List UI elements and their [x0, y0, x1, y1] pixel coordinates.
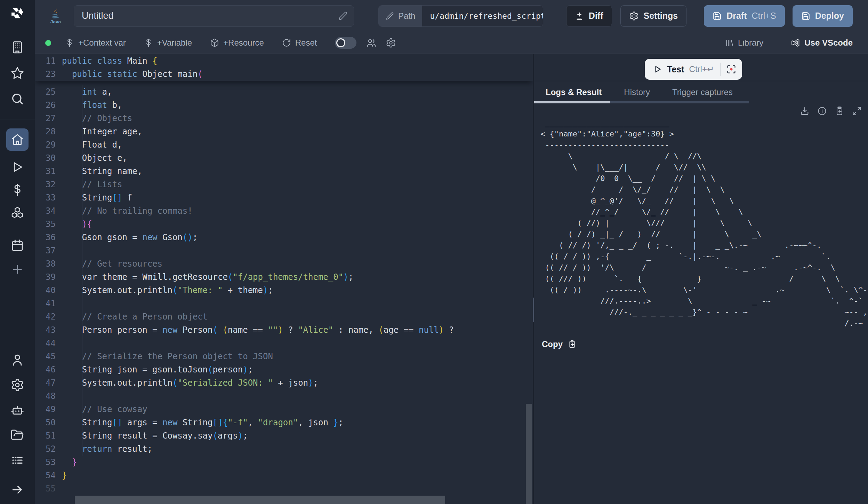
- tab-trigger-captures[interactable]: Trigger captures: [672, 87, 733, 97]
- sidebar-item-home[interactable]: [6, 128, 29, 151]
- library-icon: [725, 38, 734, 47]
- draft-button[interactable]: Draft Ctrl+S: [704, 5, 785, 27]
- favorites-star-icon[interactable]: [10, 66, 24, 80]
- clipboard-arrow-icon[interactable]: [835, 106, 844, 116]
- library-label: Library: [738, 38, 763, 48]
- dollar-icon: [65, 38, 74, 47]
- expand-icon[interactable]: [852, 106, 862, 116]
- reset-label: Reset: [295, 38, 317, 48]
- vertical-scrollbar[interactable]: [526, 404, 532, 504]
- library-button[interactable]: Library: [725, 38, 763, 48]
- edit-path-pencil-icon: [386, 12, 394, 20]
- sidebar-item-variables[interactable]: [11, 183, 24, 197]
- context-var-label: +Context var: [78, 38, 126, 48]
- indent-guide: [82, 85, 82, 456]
- toggle-knob: [336, 38, 345, 47]
- test-button[interactable]: Test Ctrl+↵: [645, 59, 742, 80]
- tab-history[interactable]: History: [624, 87, 650, 97]
- add-variable-button[interactable]: +Variable: [144, 38, 192, 48]
- status-dot-green: [45, 40, 51, 46]
- diff-mode-toggle[interactable]: [335, 37, 356, 49]
- sidebar-item-groups-list[interactable]: [10, 453, 24, 467]
- vscode-icon: [790, 38, 800, 48]
- workspace-building-icon[interactable]: [10, 40, 24, 54]
- dollar-icon: [144, 38, 153, 47]
- capture-record-icon[interactable]: [721, 59, 742, 80]
- windmill-logo[interactable]: [9, 5, 25, 21]
- draft-shortcut: Ctrl+S: [752, 11, 776, 21]
- variable-label: +Variable: [157, 38, 192, 48]
- result-panel: Test Ctrl+↵ Logs & Result History Trigge…: [534, 54, 868, 504]
- save-draft-icon: [713, 11, 722, 21]
- package-icon: [210, 38, 219, 47]
- use-vscode-label: Use VScode: [804, 38, 853, 48]
- svg-text:Java: Java: [50, 19, 61, 24]
- settings-label: Settings: [644, 11, 678, 21]
- test-shortcut: Ctrl+↵: [689, 64, 714, 74]
- script-title-wrap: [63, 5, 354, 27]
- editor-toolbar: +Context var +Variable +Resource Reset L…: [35, 32, 868, 54]
- resource-label: +Resource: [223, 38, 264, 48]
- sidebar-item-runs[interactable]: [11, 160, 24, 174]
- add-plus-icon[interactable]: [11, 263, 24, 276]
- result-toolbar: [800, 106, 862, 116]
- code-editor[interactable]: 25 int a,26 float b,27 // Objects28 Inte…: [35, 54, 533, 504]
- info-icon[interactable]: [817, 106, 827, 116]
- result-tabs: Logs & Result History Trigger captures: [534, 81, 868, 103]
- search-icon[interactable]: [10, 92, 24, 106]
- tab-logs-result[interactable]: Logs & Result: [546, 87, 602, 97]
- deploy-button[interactable]: Deploy: [793, 5, 853, 27]
- add-resource-button[interactable]: +Resource: [210, 38, 264, 48]
- diff-plus-minus-icon: [575, 11, 584, 21]
- settings-gear-icon: [629, 11, 639, 21]
- indent-guide: [72, 85, 72, 469]
- reset-button[interactable]: Reset: [282, 38, 317, 48]
- windmill-script-editor: Java Path u/admin/refreshed_script Diff …: [0, 0, 868, 504]
- path-label-segment: Path: [379, 6, 422, 26]
- path-label: Path: [398, 11, 415, 21]
- collapse-arrow-right-icon[interactable]: [11, 483, 24, 496]
- play-icon: [653, 65, 662, 74]
- sticky-scroll-lines: 11public class Main {23 public static Ob…: [35, 54, 533, 81]
- sidebar-item-folders[interactable]: [10, 428, 24, 442]
- reset-rotate-icon: [282, 38, 291, 47]
- result-body: ___________________________ < {"name":"A…: [534, 103, 868, 504]
- code-lines: 25 int a,26 float b,27 // Objects28 Inte…: [35, 85, 533, 495]
- horizontal-scrollbar[interactable]: [75, 496, 445, 504]
- copy-clipboard-icon: [568, 340, 577, 349]
- script-title-input[interactable]: [74, 5, 354, 27]
- sidebar-item-user[interactable]: [10, 353, 24, 367]
- settings-button[interactable]: Settings: [620, 5, 687, 27]
- sidebar-divider: [0, 119, 35, 119]
- collaborators-users-icon[interactable]: [366, 38, 377, 48]
- use-vscode-button[interactable]: Use VScode: [790, 38, 853, 48]
- download-icon[interactable]: [800, 106, 810, 116]
- copy-result-button[interactable]: Copy: [542, 339, 868, 349]
- java-language-icon: Java: [49, 8, 63, 24]
- sidebar-item-resources[interactable]: [10, 206, 24, 220]
- test-label: Test: [667, 64, 684, 74]
- save-deploy-icon: [801, 11, 810, 21]
- draft-label: Draft: [726, 11, 747, 21]
- sidebar-item-workers-bot[interactable]: [10, 403, 24, 417]
- add-context-var-button[interactable]: +Context var: [65, 38, 126, 48]
- schedules-calendar-icon[interactable]: [10, 238, 24, 252]
- topbar: Java Path u/admin/refreshed_script Diff …: [35, 0, 868, 32]
- deploy-label: Deploy: [815, 11, 844, 21]
- result-output: ___________________________ < {"name":"A…: [540, 117, 868, 329]
- editor-settings-gear-icon[interactable]: [386, 38, 396, 48]
- diff-button[interactable]: Diff: [566, 5, 612, 27]
- path-value: u/admin/refreshed_script: [422, 6, 543, 26]
- sidebar-item-settings[interactable]: [10, 378, 24, 392]
- copy-label: Copy: [542, 339, 563, 349]
- test-row: Test Ctrl+↵: [534, 54, 868, 81]
- diff-label: Diff: [589, 11, 603, 21]
- edit-title-pencil-icon[interactable]: [338, 11, 348, 21]
- path-chip[interactable]: Path u/admin/refreshed_script: [378, 5, 543, 27]
- sidebar: [0, 0, 35, 504]
